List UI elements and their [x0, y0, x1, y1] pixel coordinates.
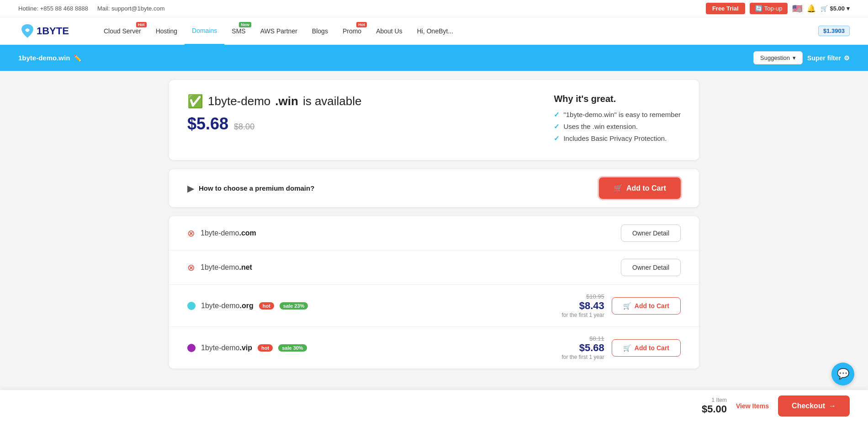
nav-item-account[interactable]: Hi, OneByt...: [410, 17, 460, 45]
available-text: is available: [303, 94, 362, 108]
nav-label-promo: Promo: [343, 27, 361, 35]
cart-balance[interactable]: 🛒 $5.00 ▾: [820, 5, 850, 12]
why-item-2: ✓Uses the .win extension.: [554, 123, 681, 131]
table-row: ⊗ 1byte-demo.net Owner Detail: [169, 251, 699, 285]
nav-label-cloud-server: Cloud Server: [104, 27, 141, 35]
domain-row-right-net: Owner Detail: [621, 259, 681, 276]
free-trial-button[interactable]: Free Trial: [706, 3, 745, 14]
domain-name-com: 1byte-demo.com: [201, 229, 256, 237]
table-row: ⊗ 1byte-demo.com Owner Detail: [169, 216, 699, 251]
available-left: ✅ 1byte-demo.win is available $5.68 $8.0…: [187, 94, 362, 146]
top-bar: Hotline: +855 88 468 8888 Mail: support@…: [0, 0, 868, 17]
unavailable-icon-net: ⊗: [187, 262, 195, 273]
dot-icon-vip: [187, 344, 196, 352]
play-icon[interactable]: ▶: [187, 183, 194, 194]
nav-item-hosting[interactable]: Hosting: [148, 17, 185, 45]
filter-icon: ⚙: [844, 54, 850, 62]
domain-name-vip: 1byte-demo.vip: [201, 344, 252, 352]
searched-domain: 1byte-demo.win: [18, 54, 70, 62]
nav-bar: 1BYTE Cloud Server Hot Hosting Domains S…: [0, 17, 868, 45]
sale-badge-vip: sale 30%: [278, 344, 307, 352]
domain-tld-text: .win: [275, 94, 298, 108]
nav-item-promo[interactable]: Promo Hot: [335, 17, 369, 45]
domain-row-right-vip: $8.11 $5.68 for the first 1 year 🛒 Add t…: [561, 335, 681, 360]
domain-price: $5.68: [187, 114, 228, 134]
topup-icon: 🔄: [755, 5, 762, 12]
dropdown-chevron-icon: ▾: [793, 54, 796, 61]
top-bar-right: Free Trial 🔄 Top-up 🇺🇸 🔔 🛒 $5.00 ▾: [706, 3, 850, 14]
check-icon-1: ✓: [554, 111, 560, 119]
nav-item-cloud-server[interactable]: Cloud Server Hot: [96, 17, 148, 45]
available-domain-title: ✅ 1byte-demo.win is available: [187, 94, 362, 109]
chevron-down-icon: ▾: [847, 5, 850, 12]
add-to-cart-button-vip[interactable]: 🛒 Add to Cart: [612, 339, 681, 357]
add-to-cart-label: Add to Cart: [626, 184, 666, 192]
why-list: ✓"1byte-demo.win" is easy to remember ✓U…: [554, 111, 681, 143]
domain-row-left-org: 1byte-demo.org hot sale 23%: [187, 302, 308, 310]
nav-label-domains: Domains: [192, 27, 217, 34]
nav-item-about-us[interactable]: About Us: [369, 17, 410, 45]
hotline-text: Hotline: +855 88 468 8888: [18, 5, 88, 12]
domain-row-right-org: $10.95 $8.43 for the first 1 year 🛒 Add …: [561, 293, 681, 318]
credit-balance: $1.3903: [818, 26, 850, 36]
logo-text: 1BYTE: [37, 25, 69, 37]
available-right: Why it's great. ✓"1byte-demo.win" is eas…: [554, 94, 681, 146]
main-price-org: $8.43: [561, 300, 604, 312]
logo[interactable]: 1BYTE: [18, 22, 69, 40]
nav-label-account: Hi, OneByt...: [417, 27, 453, 35]
original-price-org: $10.95: [561, 293, 604, 300]
cart-icon-vip: 🛒: [623, 344, 631, 352]
search-right-controls: Suggestion ▾ Super filter ⚙: [753, 51, 850, 64]
nav-label-hosting: Hosting: [156, 27, 177, 35]
hot-badge-promo: Hot: [356, 22, 367, 27]
owner-detail-button-com[interactable]: Owner Detail: [621, 224, 681, 242]
domain-name-org: 1byte-demo.org: [201, 302, 254, 310]
search-bar: 1byte-demo.win ✏️ Suggestion ▾ Super fil…: [0, 45, 868, 71]
new-badge-sms: New: [239, 22, 251, 27]
how-choose-row: ▶ How to choose a premium domain? 🛒 Add …: [169, 169, 699, 207]
chat-icon: 💬: [837, 368, 849, 378]
domain-row-right-com: Owner Detail: [621, 224, 681, 242]
hot-badge-vip: hot: [258, 344, 273, 352]
domain-price-original: $8.00: [234, 122, 254, 132]
main-content: ✅ 1byte-demo.win is available $5.68 $8.0…: [160, 80, 708, 369]
price-period-vip: for the first 1 year: [561, 354, 604, 360]
suggestion-dropdown[interactable]: Suggestion ▾: [753, 51, 803, 64]
domain-row-left-com: ⊗ 1byte-demo.com: [187, 228, 256, 239]
notification-bell-icon[interactable]: 🔔: [807, 4, 816, 13]
topup-button[interactable]: 🔄 Top-up: [750, 3, 788, 14]
hot-badge-org: hot: [259, 302, 274, 310]
edit-domain-icon[interactable]: ✏️: [74, 54, 81, 62]
why-item-3: ✓Includes Basic Privacy Protection.: [554, 134, 681, 143]
hot-badge-cloud-server: Hot: [136, 22, 147, 27]
cart-icon-org: 🛒: [623, 302, 631, 310]
nav-item-sms[interactable]: SMS New: [224, 17, 253, 45]
how-choose-left: ▶ How to choose a premium domain?: [187, 183, 314, 194]
why-great-title: Why it's great.: [554, 94, 681, 104]
super-filter-label: Super filter: [807, 54, 841, 62]
available-top: ✅ 1byte-demo.win is available $5.68 $8.0…: [187, 94, 681, 146]
nav-right: $1.3903: [818, 26, 850, 36]
nav-item-blogs[interactable]: Blogs: [305, 17, 335, 45]
nav-label-about-us: About Us: [376, 27, 402, 35]
original-price-vip: $8.11: [561, 335, 604, 342]
price-period-org: for the first 1 year: [561, 312, 604, 318]
nav-label-sms: SMS: [232, 27, 245, 35]
top-bar-left: Hotline: +855 88 468 8888 Mail: support@…: [18, 5, 164, 12]
check-icon-2: ✓: [554, 123, 560, 131]
cart-icon: 🛒: [820, 5, 828, 12]
super-filter-button[interactable]: Super filter ⚙: [807, 54, 850, 62]
language-flag[interactable]: 🇺🇸: [792, 4, 802, 14]
nav-item-aws-partner[interactable]: AWS Partner: [253, 17, 305, 45]
domain-name-net: 1byte-demo.net: [201, 263, 252, 272]
domain-row-left-vip: 1byte-demo.vip hot sale 30%: [187, 344, 307, 352]
nav-links: Cloud Server Hot Hosting Domains SMS New…: [96, 17, 818, 45]
domain-row-left-net: ⊗ 1byte-demo.net: [187, 262, 252, 273]
add-to-cart-button-org[interactable]: 🛒 Add to Cart: [612, 297, 681, 315]
main-price-vip: $5.68: [561, 342, 604, 354]
chat-button[interactable]: 💬: [831, 363, 854, 378]
nav-item-domains[interactable]: Domains: [185, 17, 224, 45]
owner-detail-button-net[interactable]: Owner Detail: [621, 259, 681, 276]
price-area-vip: $8.11 $5.68 for the first 1 year: [561, 335, 604, 360]
add-to-cart-main-button[interactable]: 🛒 Add to Cart: [599, 177, 681, 199]
